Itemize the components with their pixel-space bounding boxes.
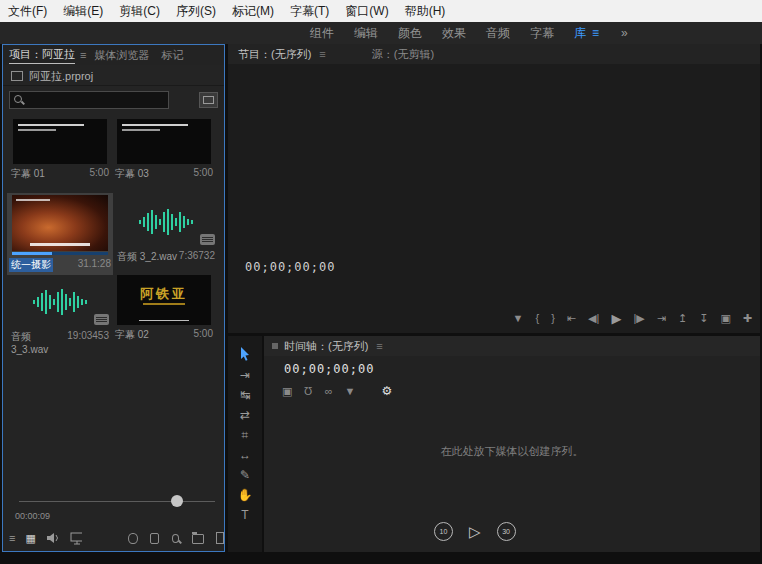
clip-scrub-bar[interactable] — [12, 252, 108, 255]
program-timecode[interactable]: 00;00;00;00 — [245, 260, 335, 274]
search-bin-new-icon[interactable] — [150, 533, 159, 544]
workspace-tab-captions[interactable]: 字幕 — [530, 25, 554, 42]
bin-path-row[interactable]: 阿亚拉.prproj — [3, 67, 224, 86]
audio-badge-icon — [94, 314, 109, 325]
linked-selection-icon[interactable]: ∞ — [325, 385, 333, 397]
hand-tool-icon[interactable]: ✋ — [238, 489, 253, 502]
icon-view-icon[interactable]: ▦ — [25, 532, 35, 545]
clip-item-title-01[interactable]: 字幕 01 5:00 — [9, 119, 111, 181]
tab-media-browser[interactable]: 媒体浏览器 — [94, 48, 149, 63]
workspace-overflow-icon[interactable]: » — [621, 26, 628, 40]
clip-name[interactable]: 音频 3_2.wav — [117, 250, 177, 264]
clip-item-audio-3-3[interactable]: 音频 3_3.wav 19:03453 — [9, 277, 111, 355]
automate-to-sequence-icon[interactable] — [128, 533, 137, 544]
clip-duration: 19:03453 — [67, 330, 109, 355]
type-tool-icon[interactable]: T — [241, 509, 248, 522]
export-frame-icon[interactable]: ▣ — [720, 312, 730, 325]
clip-name[interactable]: 字幕 02 — [115, 328, 149, 342]
thumbnail-zoom-slider[interactable] — [19, 501, 215, 502]
thumb-subtitle-line — [143, 303, 185, 305]
menu-edit[interactable]: 编辑(E) — [55, 3, 111, 20]
menu-clip[interactable]: 剪辑(C) — [111, 3, 168, 20]
workspace-tab-libraries[interactable]: 库 — [574, 25, 586, 42]
find-icon[interactable] — [172, 534, 180, 543]
timeline-settings-wrench-icon[interactable]: ⚙ — [381, 384, 392, 398]
workspace-tab-audio[interactable]: 音频 — [486, 25, 510, 42]
clip-item-video-selected[interactable]: 统一摄影 31.1:28 — [7, 193, 113, 275]
selection-tool-icon[interactable] — [238, 346, 252, 362]
menu-help[interactable]: 帮助(H) — [397, 3, 454, 20]
play-icon[interactable]: ▶ — [611, 311, 621, 326]
menu-file[interactable]: 文件(F) — [0, 3, 55, 20]
clip-thumbnail[interactable] — [13, 119, 107, 164]
clip-thumbnail[interactable] — [119, 197, 213, 247]
clip-name[interactable]: 音频 3_3.wav — [11, 330, 67, 355]
clip-thumbnail[interactable] — [13, 277, 107, 327]
panel-menu-icon[interactable]: ≡ — [376, 340, 382, 352]
thumb-text-line — [122, 129, 160, 131]
speaker-icon[interactable] — [46, 532, 58, 544]
timeline-timecode[interactable]: 00;00;00;00 — [284, 362, 374, 376]
panel-menu-icon[interactable]: ≡ — [80, 49, 86, 61]
step-forward-icon[interactable]: |▶ — [633, 312, 644, 325]
jump-forward-30-icon[interactable]: 30 — [497, 522, 516, 541]
clip-item-title-03[interactable]: 字幕 03 5:00 — [113, 119, 215, 181]
menu-sequence[interactable]: 序列(S) — [168, 3, 224, 20]
menu-captions[interactable]: 字幕(T) — [282, 3, 337, 20]
clip-thumbnail[interactable] — [12, 195, 108, 251]
add-marker-icon[interactable]: ▼ — [513, 312, 524, 324]
insert-as-nest-icon[interactable]: ▣ — [282, 385, 292, 398]
button-editor-icon[interactable]: ✚ — [743, 312, 752, 325]
clip-name[interactable]: 字幕 03 — [115, 167, 149, 181]
tab-markers[interactable]: 标记 — [161, 48, 183, 63]
project-panel-tabs: 项目：阿亚拉 ≡ 媒体浏览器 标记 — [3, 45, 224, 65]
list-view-icon[interactable]: ≡ — [9, 532, 15, 544]
clip-item-audio-3-2[interactable]: 音频 3_2.wav 7:36732 — [115, 197, 217, 264]
project-playhead-time: 00:00:09 — [15, 511, 50, 521]
go-to-out-icon[interactable]: ⇥ — [657, 312, 666, 325]
workspace-tab-effects[interactable]: 效果 — [442, 25, 466, 42]
preview-area-icon[interactable] — [70, 532, 83, 545]
snap-icon[interactable]: Ω — [304, 385, 312, 397]
new-item-icon[interactable] — [216, 532, 224, 544]
menu-window[interactable]: 窗口(W) — [337, 3, 396, 20]
clip-thumbnail[interactable] — [117, 119, 211, 164]
clip-name[interactable]: 字幕 01 — [11, 167, 45, 181]
ripple-edit-tool-icon[interactable]: ↹ — [240, 389, 250, 402]
mark-out-icon[interactable]: } — [551, 312, 555, 324]
workspace-menu-icon[interactable]: ≡ — [592, 26, 599, 40]
thumb-text-line — [122, 124, 188, 126]
search-bin-icon[interactable] — [199, 92, 218, 108]
tab-project[interactable]: 项目：阿亚拉 — [9, 47, 75, 64]
workspace-tab-editing[interactable]: 编辑 — [354, 25, 378, 42]
panel-menu-icon[interactable]: ≡ — [319, 48, 325, 60]
slip-tool-icon[interactable]: ↔ — [239, 449, 251, 462]
rolling-edit-tool-icon[interactable]: ⇄ — [240, 409, 250, 422]
clip-thumbnail[interactable]: 阿铁亚 — [117, 275, 211, 325]
zoom-slider-knob[interactable] — [171, 495, 183, 507]
razor-tool-icon[interactable]: ⌗ — [242, 429, 249, 442]
pen-tool-icon[interactable]: ✎ — [240, 469, 250, 482]
mark-in-icon[interactable]: { — [535, 312, 539, 324]
play-icon[interactable]: ▷ — [469, 524, 481, 540]
go-to-in-icon[interactable]: ⇤ — [567, 312, 576, 325]
workspace-tab-assembly[interactable]: 组件 — [310, 25, 334, 42]
add-marker-icon[interactable]: ▼ — [344, 385, 355, 397]
new-bin-icon[interactable] — [192, 534, 204, 544]
search-box[interactable] — [9, 91, 169, 109]
tab-source[interactable]: 源：(无剪辑) — [372, 47, 434, 62]
tab-program[interactable]: 节目：(无序列) — [238, 47, 311, 62]
clip-name[interactable]: 统一摄影 — [9, 258, 53, 272]
menu-markers[interactable]: 标记(M) — [224, 3, 282, 20]
lift-icon[interactable]: ↥ — [678, 312, 687, 325]
workspace-tab-color[interactable]: 颜色 — [398, 25, 422, 42]
tab-timeline[interactable]: 时间轴：(无序列) — [284, 339, 368, 354]
clip-item-title-02[interactable]: 阿铁亚 字幕 02 5:00 — [113, 275, 215, 342]
search-input[interactable] — [26, 92, 168, 108]
extract-icon[interactable]: ↧ — [699, 312, 708, 325]
timeline-panel-tabs: 时间轴：(无序列) ≡ — [264, 336, 760, 356]
search-icon — [14, 95, 22, 103]
track-select-tool-icon[interactable]: ⇥ — [240, 369, 250, 382]
jump-back-10-icon[interactable]: 10 — [434, 522, 453, 541]
step-back-icon[interactable]: ◀| — [588, 312, 599, 325]
